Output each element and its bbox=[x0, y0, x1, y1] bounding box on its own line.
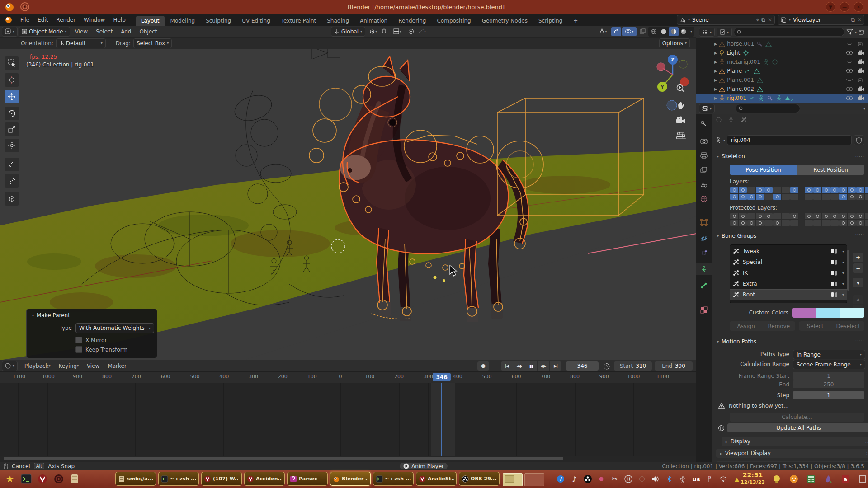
protected-layer-cell[interactable] bbox=[864, 220, 868, 226]
overlays-toggle[interactable]: ▾ bbox=[622, 27, 637, 36]
calculate-button[interactable]: Calculate... bbox=[730, 413, 864, 422]
armature-layer-cell[interactable] bbox=[755, 187, 764, 193]
armature-layer-cell[interactable] bbox=[773, 187, 782, 193]
shading-material-button[interactable] bbox=[669, 27, 679, 36]
properties-editor[interactable]: ▾ ▾ ▾rig.004▾Skeleton:::::Pose PositionR… bbox=[696, 103, 868, 462]
protected-layer-cell[interactable] bbox=[804, 220, 813, 226]
armature-layer-cell[interactable] bbox=[738, 193, 747, 200]
armature-layer-cell[interactable] bbox=[864, 187, 868, 193]
remove-button[interactable]: Remove bbox=[763, 321, 796, 331]
protected-layer-cell[interactable] bbox=[839, 220, 848, 226]
pan-hand-icon[interactable] bbox=[676, 100, 686, 110]
protected-layer-cell[interactable] bbox=[804, 213, 813, 220]
camera-enabled-icon[interactable] bbox=[858, 95, 864, 101]
outliner-row-horse.001[interactable]: ▶horse.001 bbox=[696, 39, 868, 48]
timeline-tracks[interactable] bbox=[0, 383, 696, 456]
move-up-button[interactable]: ▲ bbox=[853, 295, 863, 304]
protected-layer-cell[interactable] bbox=[847, 220, 856, 226]
tab-modeling[interactable]: Modeling bbox=[165, 16, 200, 26]
calculator-icon[interactable] bbox=[806, 474, 816, 484]
armature-layer-cell[interactable] bbox=[847, 193, 856, 200]
properties-tab-constraints[interactable] bbox=[696, 247, 712, 259]
protected-layer-cell[interactable] bbox=[773, 220, 782, 226]
paths-type-dropdown[interactable]: In Range▾ bbox=[793, 350, 865, 359]
tab-compositing[interactable]: Compositing bbox=[432, 16, 476, 26]
armature-layer-cell[interactable] bbox=[747, 187, 756, 193]
properties-tab-view-layer[interactable] bbox=[696, 164, 712, 176]
taskbar-task-obs29[interactable]: OBS 29.... bbox=[459, 472, 500, 486]
protected-layer-cell[interactable] bbox=[755, 220, 764, 226]
navigation-gizmo[interactable]: Z Y bbox=[651, 53, 694, 96]
scissors-icon[interactable]: ✂ bbox=[609, 474, 620, 484]
drag-dropdown[interactable]: Select Box▾ bbox=[133, 38, 172, 48]
expand-arrow-icon[interactable]: ▶ bbox=[714, 87, 717, 91]
deselect-button[interactable]: Deselect bbox=[832, 321, 865, 331]
pin-icon[interactable]: ⌖ bbox=[756, 17, 760, 23]
new-viewlayer-icon[interactable]: ⧉ bbox=[851, 17, 855, 23]
taskbar-task-smba[interactable]: smb://a... bbox=[115, 472, 156, 486]
use-preview-range-icon[interactable] bbox=[603, 362, 610, 370]
bone-group-specials-button[interactable]: ▾ bbox=[853, 278, 863, 287]
properties-tab-bone[interactable] bbox=[696, 280, 712, 291]
taskbar-task-107w[interactable]: (107) W... bbox=[201, 472, 242, 486]
expand-arrow-icon[interactable]: ▶ bbox=[714, 96, 717, 100]
bone-group-extra[interactable]: Extra▾ bbox=[730, 278, 847, 289]
armature-layer-cell[interactable] bbox=[839, 193, 848, 200]
properties-tab-render[interactable] bbox=[696, 135, 712, 147]
collapse-icon[interactable]: ▾ bbox=[32, 314, 34, 318]
armature-layer-cell[interactable] bbox=[847, 187, 856, 193]
protected-layer-cell[interactable] bbox=[730, 220, 739, 226]
tool-select-box[interactable] bbox=[5, 56, 19, 70]
protected-layer-cell[interactable] bbox=[755, 213, 764, 220]
media-player-launcher[interactable] bbox=[36, 473, 49, 485]
tab-animation[interactable]: Animation bbox=[355, 16, 392, 26]
dictionary-icon[interactable]: a bbox=[840, 474, 851, 484]
playhead-badge[interactable]: 346 bbox=[433, 373, 451, 381]
armature-layer-cell[interactable] bbox=[764, 187, 773, 193]
properties-tab-world[interactable] bbox=[696, 193, 712, 205]
tool-add-cube[interactable] bbox=[5, 192, 19, 206]
pivot-point-button[interactable]: ▾ bbox=[368, 27, 378, 36]
expand-arrow-icon[interactable]: ▶ bbox=[714, 78, 717, 82]
xray-toggle[interactable] bbox=[637, 27, 647, 36]
properties-tab-physics[interactable] bbox=[696, 233, 712, 244]
remove-bone-group-button[interactable]: − bbox=[853, 263, 863, 273]
panel-header-motion-paths[interactable]: ▾Motion Paths bbox=[717, 338, 756, 345]
shading-solid-button[interactable] bbox=[659, 27, 669, 36]
armature-layer-cell[interactable] bbox=[830, 193, 839, 200]
properties-options-dropdown[interactable]: ▾ bbox=[863, 107, 865, 111]
tool-transform[interactable] bbox=[5, 139, 19, 152]
armature-layer-cell[interactable] bbox=[764, 193, 773, 200]
color-set-icon[interactable] bbox=[831, 281, 839, 287]
proportional-edit-icon[interactable] bbox=[406, 27, 416, 36]
tool-scale[interactable] bbox=[5, 122, 19, 136]
armature-layer-cell[interactable] bbox=[730, 187, 739, 193]
wifi-icon[interactable] bbox=[718, 474, 729, 484]
armature-layer-cell[interactable] bbox=[804, 187, 813, 193]
armature-layer-cell[interactable] bbox=[773, 193, 782, 200]
new-collection-icon[interactable] bbox=[859, 29, 865, 35]
scene-name[interactable]: Scene bbox=[692, 17, 754, 23]
minimize-button[interactable]: ▼ bbox=[826, 2, 835, 12]
object-name[interactable]: metarig.001 bbox=[727, 59, 760, 65]
timeline-scrollbar[interactable] bbox=[4, 457, 563, 460]
taskbar-task-parsec[interactable]: Parsec bbox=[287, 472, 328, 486]
eye-closed-icon[interactable] bbox=[846, 77, 853, 83]
outliner-filter-mode[interactable]: ▾ bbox=[717, 28, 732, 37]
frame-start-field[interactable]: 1 bbox=[793, 372, 864, 380]
taskbar-task-zsh[interactable]: ~ : zsh ... bbox=[158, 472, 199, 486]
armature-layer-cell[interactable] bbox=[747, 193, 756, 200]
shading-dropdown[interactable]: ▾ bbox=[689, 27, 694, 36]
bone-groups-scrollbar[interactable] bbox=[847, 250, 849, 291]
shading-rendered-button[interactable] bbox=[679, 27, 689, 36]
armature-layer-cell[interactable] bbox=[790, 193, 799, 200]
protected-layer-cell[interactable] bbox=[856, 220, 865, 226]
zoom-icon[interactable] bbox=[676, 84, 686, 94]
protected-layer-cell[interactable] bbox=[839, 213, 848, 220]
expand-arrow-icon[interactable]: ▶ bbox=[714, 51, 717, 55]
object-name[interactable]: rig.001 bbox=[727, 95, 746, 101]
armature-layer-cell[interactable] bbox=[781, 193, 790, 200]
subpanel-display[interactable]: ▾ Display::::: bbox=[722, 437, 868, 446]
viewport-menu-add[interactable]: Add bbox=[117, 26, 135, 37]
timeline-menu-view[interactable]: View bbox=[83, 360, 104, 371]
